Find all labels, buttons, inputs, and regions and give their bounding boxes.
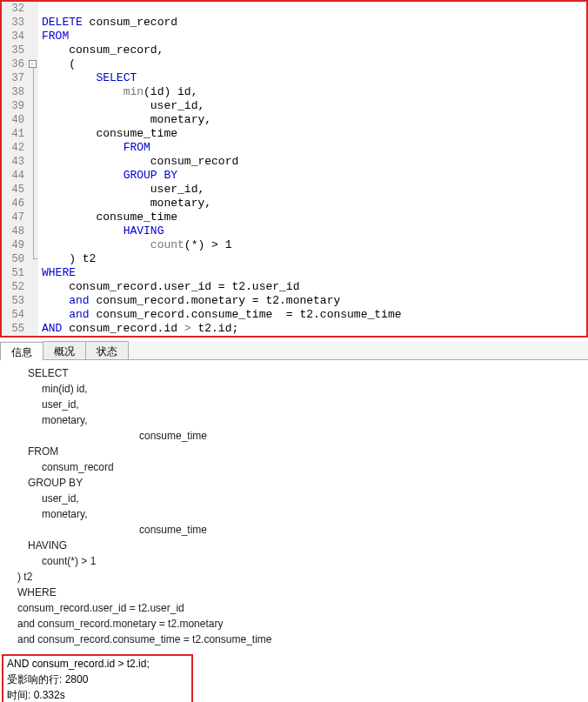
code-line[interactable]: 36- ( bbox=[2, 57, 586, 71]
code-text[interactable]: consum_record.user_id = t2.user_id bbox=[38, 280, 586, 294]
output-line: and consum_record.consume_time = t2.cons… bbox=[17, 632, 579, 647]
code-text[interactable]: consume_time bbox=[38, 127, 586, 141]
output-line: user_id, bbox=[17, 397, 579, 412]
line-number: 38 bbox=[2, 85, 28, 99]
code-text[interactable]: consum_record, bbox=[38, 43, 586, 57]
fold-gutter[interactable]: - bbox=[28, 57, 38, 71]
code-line[interactable]: 32 bbox=[2, 2, 586, 16]
code-text[interactable]: ( bbox=[38, 57, 586, 71]
fold-gutter[interactable] bbox=[28, 280, 38, 294]
code-line[interactable]: 35 consum_record, bbox=[2, 43, 586, 57]
fold-gutter[interactable] bbox=[28, 16, 38, 30]
code-text[interactable]: min(id) id, bbox=[38, 85, 586, 99]
fold-gutter[interactable] bbox=[28, 322, 38, 336]
code-text[interactable]: ) t2 bbox=[38, 252, 586, 266]
code-text[interactable]: AND consum_record.id > t2.id; bbox=[38, 322, 586, 336]
code-text[interactable]: monetary, bbox=[38, 113, 586, 127]
fold-gutter[interactable] bbox=[28, 71, 38, 85]
tab-2[interactable]: 状态 bbox=[85, 341, 129, 359]
output-line: GROUP BY bbox=[17, 475, 579, 491]
code-text[interactable]: WHERE bbox=[38, 266, 586, 280]
fold-gutter[interactable] bbox=[28, 127, 38, 141]
code-text[interactable]: count(*) > 1 bbox=[38, 238, 586, 252]
code-text[interactable]: monetary, bbox=[38, 197, 586, 211]
line-number: 32 bbox=[2, 2, 28, 16]
code-text[interactable]: user_id, bbox=[38, 183, 586, 197]
fold-gutter[interactable] bbox=[28, 183, 38, 197]
output-line: consum_record.user_id = t2.user_id bbox=[17, 600, 579, 616]
fold-gutter[interactable] bbox=[28, 169, 38, 183]
line-number: 46 bbox=[2, 197, 28, 211]
code-text[interactable]: HAVING bbox=[38, 224, 586, 238]
fold-gutter[interactable] bbox=[28, 2, 38, 16]
output-line: HAVING bbox=[17, 538, 579, 553]
code-line[interactable]: 48 HAVING bbox=[2, 224, 586, 238]
tab-0[interactable]: 信息 bbox=[0, 342, 43, 360]
code-text[interactable]: FROM bbox=[38, 30, 586, 43]
fold-gutter[interactable] bbox=[28, 238, 38, 252]
fold-gutter[interactable] bbox=[28, 211, 38, 224]
code-text[interactable]: and consum_record.consume_time = t2.cons… bbox=[38, 308, 586, 322]
output-line: monetary, bbox=[17, 506, 579, 522]
line-number: 45 bbox=[2, 183, 28, 197]
fold-gutter[interactable] bbox=[28, 224, 38, 238]
code-line[interactable]: 55AND consum_record.id > t2.id; bbox=[2, 322, 586, 336]
output-line: user_id, bbox=[17, 491, 579, 506]
code-text[interactable]: FROM bbox=[38, 141, 586, 155]
line-number: 49 bbox=[2, 238, 28, 252]
line-number: 40 bbox=[2, 113, 28, 127]
code-line[interactable]: 43 consum_record bbox=[2, 155, 586, 169]
fold-gutter[interactable] bbox=[28, 294, 38, 308]
sql-editor[interactable]: 3233DELETE consum_record34FROM35 consum_… bbox=[0, 0, 588, 338]
fold-gutter[interactable] bbox=[28, 30, 38, 43]
code-line[interactable]: 54 and consum_record.consume_time = t2.c… bbox=[2, 308, 586, 322]
line-number: 39 bbox=[2, 99, 28, 113]
output-line: SELECT bbox=[17, 365, 579, 381]
fold-gutter[interactable] bbox=[28, 266, 38, 280]
code-line[interactable]: 33DELETE consum_record bbox=[2, 16, 586, 30]
fold-gutter[interactable] bbox=[28, 99, 38, 113]
line-number: 41 bbox=[2, 127, 28, 141]
code-line[interactable]: 53 and consum_record.monetary = t2.monet… bbox=[2, 294, 586, 308]
code-text[interactable] bbox=[38, 2, 586, 16]
tab-1[interactable]: 概况 bbox=[43, 341, 86, 359]
code-line[interactable]: 39 user_id, bbox=[2, 99, 586, 113]
code-line[interactable]: 52 consum_record.user_id = t2.user_id bbox=[2, 280, 586, 294]
code-line[interactable]: 34FROM bbox=[2, 30, 586, 43]
code-line[interactable]: 38 min(id) id, bbox=[2, 85, 586, 99]
code-line[interactable]: 50 ) t2 bbox=[2, 252, 586, 266]
code-text[interactable]: consum_record bbox=[38, 155, 586, 169]
code-line[interactable]: 47 consume_time bbox=[2, 211, 586, 224]
fold-gutter[interactable] bbox=[28, 197, 38, 211]
line-number: 43 bbox=[2, 155, 28, 169]
fold-gutter[interactable] bbox=[28, 252, 38, 266]
result-line: 时间: 0.332s bbox=[7, 687, 188, 702]
fold-gutter[interactable] bbox=[28, 43, 38, 57]
code-line[interactable]: 49 count(*) > 1 bbox=[2, 238, 586, 252]
line-number: 50 bbox=[2, 252, 28, 266]
output-line: FROM bbox=[17, 444, 579, 459]
code-line[interactable]: 41 consume_time bbox=[2, 127, 586, 141]
line-number: 48 bbox=[2, 224, 28, 238]
line-number: 34 bbox=[2, 30, 28, 43]
code-line[interactable]: 46 monetary, bbox=[2, 197, 586, 211]
line-number: 42 bbox=[2, 141, 28, 155]
code-line[interactable]: 42 FROM bbox=[2, 141, 586, 155]
code-text[interactable]: and consum_record.monetary = t2.monetary bbox=[38, 294, 586, 308]
code-line[interactable]: 45 user_id, bbox=[2, 183, 586, 197]
code-text[interactable]: SELECT bbox=[38, 71, 586, 85]
fold-gutter[interactable] bbox=[28, 308, 38, 322]
fold-gutter[interactable] bbox=[28, 85, 38, 99]
code-line[interactable]: 44 GROUP BY bbox=[2, 169, 586, 183]
code-text[interactable]: DELETE consum_record bbox=[38, 16, 586, 30]
output-line: WHERE bbox=[17, 585, 579, 600]
fold-gutter[interactable] bbox=[28, 155, 38, 169]
fold-gutter[interactable] bbox=[28, 113, 38, 127]
code-text[interactable]: user_id, bbox=[38, 99, 586, 113]
code-line[interactable]: 51WHERE bbox=[2, 266, 586, 280]
code-line[interactable]: 37 SELECT bbox=[2, 71, 586, 85]
code-text[interactable]: consume_time bbox=[38, 211, 586, 224]
code-text[interactable]: GROUP BY bbox=[38, 169, 586, 183]
fold-gutter[interactable] bbox=[28, 141, 38, 155]
code-line[interactable]: 40 monetary, bbox=[2, 113, 586, 127]
